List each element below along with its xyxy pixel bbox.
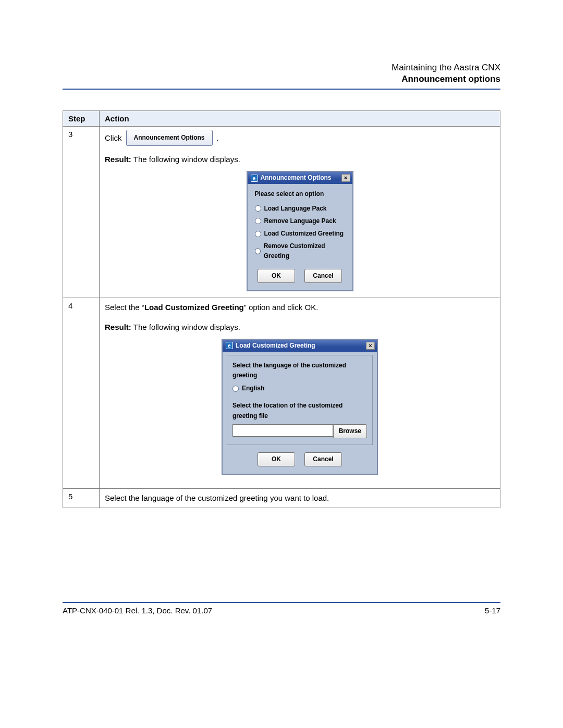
- dialog-prompt: Please select an option: [255, 189, 345, 199]
- col-header-action: Action: [100, 111, 500, 127]
- radio-option[interactable]: English: [232, 384, 367, 393]
- header-rule: [63, 89, 500, 90]
- footer-doc-id: ATP-CNX-040-01 Rel. 1.3, Doc. Rev. 01.07: [63, 606, 212, 615]
- section-title: Announcement options: [63, 74, 500, 84]
- ok-button[interactable]: OK: [258, 452, 295, 466]
- app-icon: [251, 175, 258, 182]
- footer-rule: [63, 602, 500, 603]
- radio-option[interactable]: Remove Language Pack: [255, 216, 345, 226]
- result-label: Result:: [105, 323, 131, 331]
- radio-icon: [255, 248, 261, 254]
- result-text: The following window displays.: [131, 323, 240, 331]
- browse-button[interactable]: Browse: [333, 424, 367, 438]
- step-number: 4: [63, 298, 100, 489]
- radio-label: English: [242, 384, 264, 393]
- radio-option[interactable]: Load Language Pack: [255, 204, 345, 214]
- file-section-label: Select the location of the customized gr…: [232, 401, 367, 421]
- step-number: 3: [63, 127, 100, 298]
- announcement-options-button[interactable]: Announcement Options: [126, 130, 213, 146]
- cancel-button[interactable]: Cancel: [304, 269, 342, 283]
- step5-text: Select the language of the customized gr…: [105, 493, 329, 502]
- cancel-button[interactable]: Cancel: [304, 452, 342, 466]
- radio-label: Load Language Pack: [264, 204, 327, 214]
- result-label: Result:: [105, 155, 131, 164]
- radio-icon: [255, 231, 261, 237]
- dialog-titlebar: Announcement Options ×: [248, 172, 352, 184]
- step4-post: ” option and click OK.: [244, 303, 319, 312]
- announcement-options-dialog: Announcement Options × Please select an …: [247, 171, 353, 291]
- dialog-panel: Select the language of the customized gr…: [227, 355, 373, 445]
- dialog-titlebar: Load Customized Greeting ×: [223, 340, 377, 352]
- step4-pre: Select the “: [105, 303, 144, 312]
- click-label: Click: [105, 132, 122, 144]
- radio-icon: [255, 218, 261, 224]
- file-path-input[interactable]: [232, 424, 333, 437]
- load-customized-greeting-dialog: Load Customized Greeting × Select the la…: [222, 339, 378, 475]
- radio-label: Remove Customized Greeting: [264, 241, 345, 261]
- footer-page-number: 5-17: [485, 606, 500, 615]
- table-row: 4 Select the “Load Customized Greeting” …: [63, 298, 500, 489]
- col-header-step: Step: [63, 111, 100, 127]
- radio-label: Load Customized Greeting: [264, 229, 344, 239]
- dialog-title: Announcement Options: [261, 173, 332, 183]
- step4-bold: Load Customized Greeting: [144, 303, 244, 312]
- radio-option[interactable]: Remove Customized Greeting: [255, 241, 345, 261]
- radio-icon: [232, 386, 239, 392]
- table-row: 3 Click Announcement Options . Result: T…: [63, 127, 500, 298]
- ok-button[interactable]: OK: [258, 269, 295, 283]
- app-icon: [226, 342, 233, 349]
- radio-icon: [255, 205, 261, 212]
- radio-label: Remove Language Pack: [264, 216, 336, 226]
- dialog-title: Load Customized Greeting: [236, 341, 315, 351]
- close-icon[interactable]: ×: [366, 342, 375, 350]
- result-text: The following window displays.: [131, 155, 240, 164]
- period: .: [217, 132, 219, 144]
- table-row: 5 Select the language of the customized …: [63, 489, 500, 508]
- chapter-title: Maintaining the Aastra CNX: [63, 63, 500, 73]
- language-section-label: Select the language of the customized gr…: [232, 361, 367, 380]
- steps-table: Step Action 3 Click Announcement Options…: [63, 110, 500, 508]
- close-icon[interactable]: ×: [341, 174, 350, 182]
- step-number: 5: [63, 489, 100, 508]
- radio-option[interactable]: Load Customized Greeting: [255, 229, 345, 239]
